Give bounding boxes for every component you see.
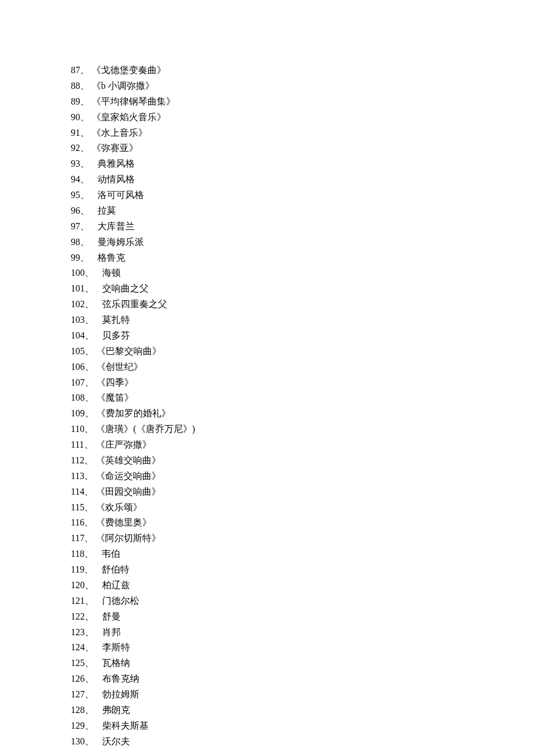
document-list: 87、《戈德堡变奏曲》88、《b 小调弥撒》89、《平均律钢琴曲集》90、《皇家… <box>71 63 534 750</box>
item-text: 《命运交响曲》 <box>96 471 161 481</box>
list-item: 87、《戈德堡变奏曲》 <box>71 63 534 78</box>
list-item: 128、弗朗克 <box>71 703 534 718</box>
item-text: 曼海姆乐派 <box>98 237 144 247</box>
item-separator: 、 <box>85 362 94 372</box>
item-separator: 、 <box>84 487 93 496</box>
item-number: 94 <box>71 174 80 184</box>
item-text: 《唐璜》(《唐乔万尼》) <box>96 424 195 434</box>
item-text: 韦伯 <box>102 549 120 559</box>
item-text: 肖邦 <box>102 627 121 637</box>
item-number: 100 <box>71 268 85 278</box>
list-item: 107、《四季》 <box>71 375 534 391</box>
item-separator: 、 <box>80 190 89 200</box>
item-separator: 、 <box>85 377 94 387</box>
item-separator: 、 <box>80 128 89 138</box>
item-separator: 、 <box>80 96 89 106</box>
list-item: 100、海顿 <box>71 265 534 281</box>
item-separator: 、 <box>85 299 94 309</box>
item-number: 96 <box>71 206 80 215</box>
item-separator: 、 <box>80 221 89 231</box>
item-number: 92 <box>71 143 80 153</box>
item-text: 《费德里奥》 <box>96 517 151 527</box>
list-item: 102、弦乐四重奏之父 <box>71 297 534 312</box>
item-number: 108 <box>71 393 85 402</box>
item-separator: 、 <box>84 440 93 449</box>
item-separator: 、 <box>80 174 89 184</box>
list-item: 123、肖邦 <box>71 625 534 640</box>
list-item: 98、曼海姆乐派 <box>71 235 534 250</box>
item-number: 119 <box>71 564 84 574</box>
item-separator: 、 <box>85 315 94 325</box>
item-number: 126 <box>71 674 85 683</box>
list-item: 105、《巴黎交响曲》 <box>71 344 534 359</box>
item-separator: 、 <box>85 721 94 730</box>
item-text: 舒伯特 <box>102 564 129 574</box>
list-item: 106、《创世纪》 <box>71 359 534 375</box>
list-item: 127、勃拉姆斯 <box>71 687 534 703</box>
item-number: 113 <box>71 471 84 481</box>
item-number: 129 <box>71 721 85 730</box>
item-number: 128 <box>71 705 85 715</box>
item-number: 102 <box>71 299 85 309</box>
list-item: 94、动情风格 <box>71 172 534 188</box>
item-number: 106 <box>71 362 85 372</box>
item-text: 瓦格纳 <box>102 658 130 668</box>
item-separator: 、 <box>85 346 94 356</box>
item-text: 《阿尔切斯特》 <box>96 533 161 543</box>
list-item: 126、布鲁克纳 <box>71 671 534 687</box>
item-separator: 、 <box>85 393 94 402</box>
list-item: 101、交响曲之父 <box>71 281 534 297</box>
item-separator: 、 <box>85 736 94 746</box>
item-number: 116 <box>71 517 84 527</box>
item-text: 拉莫 <box>98 206 116 215</box>
item-text: 交响曲之父 <box>102 283 149 293</box>
item-text: 《庄严弥撒》 <box>96 440 151 449</box>
item-separator: 、 <box>80 143 89 153</box>
item-separator: 、 <box>85 268 94 278</box>
item-separator: 、 <box>84 424 93 434</box>
item-number: 105 <box>71 346 85 356</box>
item-text: 《费加罗的婚礼》 <box>96 408 171 418</box>
list-item: 130、沃尔夫 <box>71 734 534 750</box>
item-separator: 、 <box>84 455 93 465</box>
list-item: 103、莫扎特 <box>71 312 534 328</box>
item-separator: 、 <box>80 81 89 91</box>
item-number: 109 <box>71 408 85 418</box>
item-separator: 、 <box>84 471 93 481</box>
item-number: 99 <box>71 253 80 262</box>
list-item: 90、《皇家焰火音乐》 <box>71 110 534 125</box>
list-item: 116、《费德里奥》 <box>71 515 534 531</box>
item-separator: 、 <box>84 502 93 512</box>
list-item: 91、《水上音乐》 <box>71 125 534 141</box>
item-text: 大库普兰 <box>98 221 135 231</box>
item-number: 110 <box>71 424 84 434</box>
item-number: 88 <box>71 81 80 91</box>
item-separator: 、 <box>85 408 94 418</box>
list-item: 92、《弥赛亚》 <box>71 141 534 156</box>
item-separator: 、 <box>80 237 89 247</box>
item-number: 118 <box>71 549 84 559</box>
list-item: 110、《唐璜》(《唐乔万尼》) <box>71 422 534 437</box>
item-text: 门德尔松 <box>102 596 139 606</box>
item-number: 127 <box>71 689 85 699</box>
item-text: 《平均律钢琴曲集》 <box>92 96 175 106</box>
list-item: 114、《田园交响曲》 <box>71 484 534 500</box>
item-number: 120 <box>71 580 85 590</box>
item-text: 《水上音乐》 <box>92 128 147 138</box>
item-number: 104 <box>71 330 85 340</box>
list-item: 119、舒伯特 <box>71 562 534 578</box>
item-number: 107 <box>71 377 85 387</box>
item-text: 《创世纪》 <box>96 362 143 372</box>
item-number: 90 <box>71 112 80 122</box>
item-separator: 、 <box>80 206 89 215</box>
list-item: 89、《平均律钢琴曲集》 <box>71 94 534 110</box>
item-text: 弗朗克 <box>102 705 130 715</box>
item-number: 89 <box>71 96 80 106</box>
item-separator: 、 <box>85 642 94 652</box>
item-number: 125 <box>71 658 85 668</box>
item-text: 柏辽兹 <box>102 580 130 590</box>
list-item: 124、李斯特 <box>71 640 534 656</box>
item-separator: 、 <box>80 253 89 262</box>
item-text: 动情风格 <box>98 174 135 184</box>
item-number: 124 <box>71 642 85 652</box>
